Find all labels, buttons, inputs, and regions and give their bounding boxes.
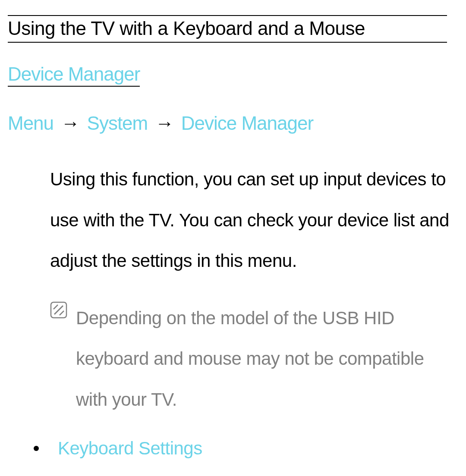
note-row: Depending on the model of the USB HID ke… — [50, 298, 450, 420]
note-text: Depending on the model of the USB HID ke… — [76, 298, 450, 420]
breadcrumb: Menu → System → Device Manager — [8, 113, 458, 134]
body-block: Using this function, you can set up inpu… — [8, 159, 458, 459]
list-row: Keyboard Settings — [34, 438, 450, 459]
title-container: Using the TV with a Keyboard and a Mouse — [8, 15, 447, 43]
breadcrumb-system[interactable]: System — [87, 113, 148, 134]
arrow-icon: → — [61, 113, 79, 134]
page-title: Using the TV with a Keyboard and a Mouse — [8, 18, 447, 39]
breadcrumb-menu[interactable]: Menu — [8, 113, 54, 134]
svg-line-2 — [54, 305, 58, 309]
description-text: Using this function, you can set up inpu… — [50, 159, 450, 282]
keyboard-settings-link[interactable]: Keyboard Settings — [58, 438, 202, 459]
section-heading-wrap: Device Manager — [8, 63, 140, 87]
note-icon — [50, 301, 67, 320]
arrow-icon: → — [155, 113, 173, 134]
section-heading: Device Manager — [8, 63, 140, 85]
breadcrumb-device-manager[interactable]: Device Manager — [181, 113, 313, 134]
bullet-icon — [34, 446, 39, 451]
svg-line-3 — [60, 311, 64, 315]
